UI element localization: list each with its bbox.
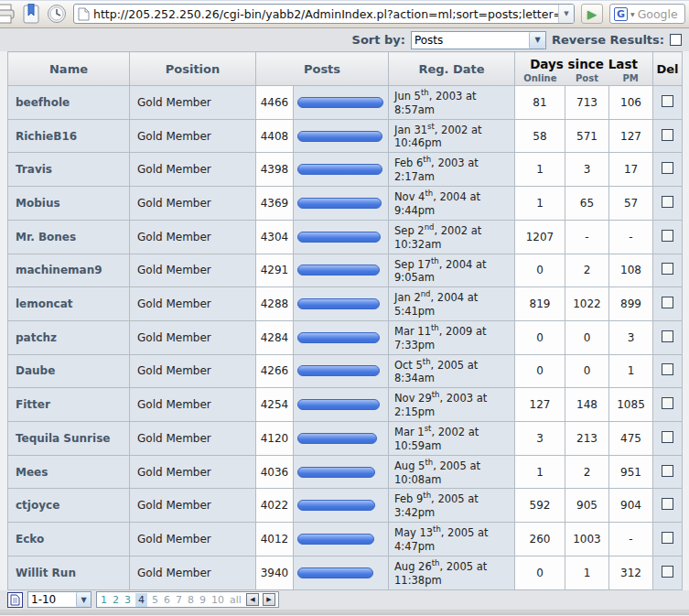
column-header-posts[interactable]: Posts: [256, 52, 389, 86]
page-link[interactable]: 5: [151, 593, 159, 607]
member-reg-date: Sep 17th, 2004 at 9:05am: [389, 254, 515, 287]
page-link[interactable]: 10: [210, 593, 225, 607]
google-search-box[interactable]: G ▼ Google: [609, 4, 685, 24]
sort-by-value: Posts: [414, 34, 443, 47]
member-position: Gold Member: [130, 187, 256, 221]
url-text[interactable]: http://205.252.250.26/cgi-bin/yabb2/Admi…: [93, 7, 558, 21]
delete-checkbox[interactable]: [662, 162, 673, 174]
days-since-post: 1: [565, 556, 609, 589]
member-name-link[interactable]: Fitter: [8, 388, 130, 422]
document-icon[interactable]: [7, 592, 23, 608]
member-name-link[interactable]: Willit Run: [8, 556, 130, 589]
posts-bar-cell: [294, 455, 389, 489]
member-name-link[interactable]: ctjoyce: [8, 489, 130, 523]
chevron-down-icon[interactable]: ▼: [76, 592, 91, 607]
member-posts-count: 4266: [256, 354, 294, 388]
days-since-post: 1003: [565, 523, 609, 557]
range-select[interactable]: 1-10 ▼: [27, 591, 92, 608]
member-reg-date: Feb 6th, 2003 at 2:17am: [389, 153, 515, 187]
search-engine-dropdown-icon[interactable]: ▼: [630, 11, 635, 17]
posts-bar: [297, 164, 382, 175]
member-position: Gold Member: [130, 354, 256, 388]
days-since-post: 713: [565, 86, 609, 120]
member-name-link[interactable]: Ecko: [8, 523, 130, 557]
member-posts-count: 4369: [256, 187, 294, 221]
member-name-link[interactable]: beefhole: [8, 86, 130, 120]
subcolumn-header-pm[interactable]: PM: [608, 73, 652, 84]
member-table-body: beefholeGold Member4466Jun 5th, 2003 at …: [8, 86, 683, 590]
page-link[interactable]: 2: [112, 593, 120, 607]
sort-by-select[interactable]: Posts ▼: [411, 31, 546, 49]
days-since-pm: 475: [609, 422, 653, 456]
subcolumn-header-online[interactable]: Online: [515, 73, 565, 84]
column-header-position[interactable]: Position: [130, 52, 256, 86]
prev-page-button[interactable]: ◀: [246, 593, 259, 606]
go-button[interactable]: ▶: [581, 4, 603, 24]
bookmark-icon[interactable]: [22, 4, 40, 24]
member-name-link[interactable]: Mees: [8, 455, 130, 489]
url-dropdown-icon[interactable]: ▼: [558, 5, 574, 23]
delete-checkbox[interactable]: [662, 566, 673, 578]
member-name-link[interactable]: RichieB16: [8, 119, 130, 153]
address-bar[interactable]: http://205.252.250.26/cgi-bin/yabb2/Admi…: [73, 4, 575, 24]
page-link[interactable]: 3: [124, 593, 132, 607]
chevron-down-icon[interactable]: ▼: [529, 32, 545, 49]
member-reg-date: May 13th, 2005 at 4:47pm: [389, 523, 515, 557]
delete-checkbox[interactable]: [662, 397, 673, 409]
print-icon[interactable]: [0, 4, 16, 24]
delete-checkbox[interactable]: [662, 95, 673, 107]
delete-checkbox[interactable]: [662, 532, 673, 544]
delete-checkbox[interactable]: [662, 196, 673, 208]
days-since-post: 0: [565, 354, 609, 388]
member-name-link[interactable]: Mobius: [8, 187, 130, 221]
days-since-pm: 1085: [609, 388, 653, 422]
member-name-link[interactable]: machineman9: [8, 254, 130, 287]
delete-checkbox[interactable]: [662, 129, 673, 141]
reverse-results-checkbox[interactable]: [670, 34, 682, 46]
member-reg-date: Aug 5th, 2005 at 10:08am: [389, 455, 515, 489]
member-position: Gold Member: [130, 287, 256, 321]
days-since-post: 3: [565, 153, 609, 187]
table-row: TravisGold Member4398Feb 6th, 2003 at 2:…: [8, 153, 683, 187]
page-link[interactable]: 4: [135, 593, 147, 607]
delete-checkbox[interactable]: [662, 498, 673, 510]
column-header-reg-date[interactable]: Reg. Date: [389, 52, 515, 86]
page-link[interactable]: all: [229, 593, 242, 607]
delete-checkbox[interactable]: [662, 330, 673, 342]
member-name-link[interactable]: Travis: [8, 153, 130, 187]
posts-bar-cell: [294, 320, 389, 354]
page-link[interactable]: 7: [175, 593, 183, 607]
table-row: DaubeGold Member4266Oct 5th, 2005 at 8:3…: [8, 354, 683, 388]
days-since-post: 65: [565, 187, 609, 221]
page-link[interactable]: 1: [100, 593, 108, 607]
delete-checkbox[interactable]: [662, 363, 673, 375]
subcolumn-header-post[interactable]: Post: [565, 73, 609, 84]
member-reg-date: Nov 4th, 2004 at 9:44pm: [389, 187, 515, 221]
delete-checkbox[interactable]: [662, 263, 673, 275]
delete-checkbox-cell: [653, 287, 683, 321]
days-since-online: 3: [515, 422, 565, 456]
member-name-link[interactable]: lemoncat: [8, 287, 130, 321]
days-since-post: 571: [565, 119, 609, 153]
page-link[interactable]: 9: [199, 593, 207, 607]
days-since-online: 58: [515, 119, 565, 153]
posts-bar-cell: [294, 86, 389, 120]
delete-checkbox-cell: [653, 523, 683, 557]
next-page-button[interactable]: ▶: [263, 593, 275, 606]
member-name-link[interactable]: patchz: [8, 320, 130, 354]
days-since-online: 81: [515, 86, 565, 120]
delete-checkbox[interactable]: [662, 230, 673, 242]
delete-checkbox[interactable]: [662, 297, 673, 308]
history-clock-icon[interactable]: [47, 4, 67, 24]
page-link[interactable]: 6: [163, 593, 171, 607]
delete-checkbox[interactable]: [662, 431, 673, 443]
google-g-icon[interactable]: G: [614, 7, 628, 21]
days-since-pm: 951: [609, 455, 653, 489]
member-name-link[interactable]: Daube: [8, 354, 130, 388]
column-header-name[interactable]: Name: [8, 52, 130, 86]
table-row: ctjoyceGold Member4022Feb 9th, 2005 at 3…: [8, 489, 683, 523]
delete-checkbox[interactable]: [662, 465, 673, 477]
page-link[interactable]: 8: [187, 593, 195, 607]
member-name-link[interactable]: Tequila Sunrise: [8, 422, 130, 456]
member-name-link[interactable]: Mr. Bones: [8, 220, 130, 254]
